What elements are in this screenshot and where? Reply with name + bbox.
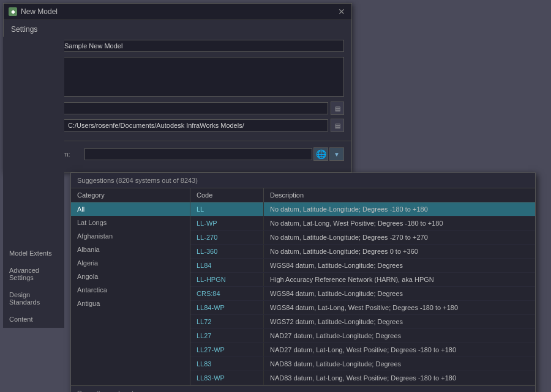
work-local-input[interactable] (64, 119, 328, 131)
sidebar-item-design-standards[interactable]: Design Standards (3, 286, 64, 311)
work-local-input-row: ▤ (64, 119, 344, 132)
category-item-afghanistan[interactable]: Afghanistan (71, 229, 190, 243)
window-title: New Model (21, 7, 58, 16)
result-desc-ll-270: No datum, Latitude-Longitude; Degrees -2… (264, 231, 535, 244)
result-desc-ll83: NAD83 datum, Latitude-Longitude; Degrees (264, 357, 535, 371)
dropdown-cols-header: Category Code Description (71, 188, 535, 202)
result-row-ll84-wp[interactable]: LL84-WP WGS84 datum, Lat-Long, West Posi… (190, 301, 535, 315)
category-item-albania[interactable]: Albania (71, 243, 190, 256)
col-header-category: Category (71, 188, 190, 202)
sidebar-item-content[interactable]: Content (3, 311, 64, 328)
sidebar: Model Extents Advanced Settings Design S… (3, 37, 64, 328)
category-list: All Lat Longs Afghanistan Albania Algeri… (71, 202, 190, 385)
collaborate-folder-btn[interactable]: ▤ (331, 102, 344, 115)
result-desc-ll84-wp: WGS84 datum, Lat-Long, West Positive; De… (264, 301, 535, 314)
sidebar-item-model-extents[interactable]: Model Extents (3, 245, 64, 262)
result-code-ll-270: LL-270 (190, 231, 264, 244)
result-desc-ll83-wp: NAD83 datum, Lat-Long, West Positive; De… (264, 371, 535, 385)
result-code-crs84: CRS:84 (190, 287, 264, 300)
result-desc-ll27-wp: NAD27 datum, Lat-Long, West Positive; De… (264, 343, 535, 357)
dropdown-header: Suggestions (8204 systems out of 8243) (71, 173, 535, 188)
result-row-ll-360[interactable]: LL-360 No datum, Latitude-Longitude; Deg… (190, 245, 535, 259)
recently-used-header: Recently used systems (71, 385, 535, 392)
category-item-all[interactable]: All (71, 202, 190, 216)
result-code-ll27-wp: LL27-WP (190, 343, 264, 357)
result-code-ll27: LL27 (190, 329, 264, 342)
result-row-ll83[interactable]: LL83 NAD83 datum, Latitude-Longitude; De… (190, 357, 535, 371)
category-item-angola[interactable]: Angola (71, 270, 190, 283)
result-row-ll[interactable]: LL No datum, Latitude-Longitude; Degrees… (190, 202, 535, 216)
result-row-ll72[interactable]: LL72 WGS72 datum, Latitude-Longitude; De… (190, 315, 535, 329)
title-bar-left: ◆ New Model (9, 7, 58, 16)
result-desc-ll: No datum, Latitude-Longitude; Degrees -1… (264, 202, 535, 216)
app-icon: ◆ (9, 7, 17, 16)
result-code-ll84-wp: LL84-WP (190, 301, 264, 314)
result-code-ll72: LL72 (190, 315, 264, 328)
coordinate-input[interactable] (84, 148, 312, 160)
result-row-ll-wp[interactable]: LL-WP No datum, Lat-Long, West Positive;… (190, 216, 535, 231)
title-bar: ◆ New Model ✕ (4, 4, 351, 20)
result-desc-ll84: WGS84 datum, Latitude-Longitude; Degrees (264, 259, 535, 272)
work-local-folder-btn[interactable]: ▤ (331, 119, 344, 132)
coordinate-input-wrap: 🌐 ▼ (84, 147, 344, 161)
collaborate-input[interactable] (64, 102, 328, 114)
close-button[interactable]: ✕ (337, 7, 347, 17)
category-item-antarctica[interactable]: Antarctica (71, 283, 190, 297)
col-header-code: Code (190, 188, 264, 202)
category-item-lat-longs[interactable]: Lat Longs (71, 216, 190, 229)
description-input[interactable] (60, 57, 344, 97)
collaborate-input-row: ▤ (64, 102, 344, 115)
coordinate-globe-btn[interactable]: 🌐 (313, 147, 328, 161)
result-row-ll27[interactable]: LL27 NAD27 datum, Latitude-Longitude; De… (190, 329, 535, 343)
result-row-ll-hpgn[interactable]: LL-HPGN High Accuracy Reference Network … (190, 273, 535, 287)
result-desc-ll-360: No datum, Latitude-Longitude; Degrees 0 … (264, 245, 535, 258)
result-desc-ll27: NAD27 datum, Latitude-Longitude; Degrees (264, 329, 535, 342)
result-code-ll-360: LL-360 (190, 245, 264, 258)
dropdown-body: All Lat Longs Afghanistan Albania Algeri… (71, 202, 535, 385)
coordinate-dropdown-btn[interactable]: ▼ (329, 147, 344, 161)
col-header-description: Description (264, 188, 535, 202)
result-row-ll-270[interactable]: LL-270 No datum, Latitude-Longitude; Deg… (190, 231, 535, 245)
name-input[interactable] (60, 40, 344, 52)
result-row-ll84[interactable]: LL84 WGS84 datum, Latitude-Longitude; De… (190, 259, 535, 273)
results-list: LL No datum, Latitude-Longitude; Degrees… (190, 202, 535, 385)
result-desc-ll72: WGS72 datum, Latitude-Longitude; Degrees (264, 315, 535, 328)
result-row-crs84[interactable]: CRS:84 WGS84 datum, Latitude-Longitude; … (190, 287, 535, 301)
result-row-ll83-wp[interactable]: LL83-WP NAD83 datum, Lat-Long, West Posi… (190, 371, 535, 385)
result-desc-crs84: WGS84 datum, Latitude-Longitude; Degrees (264, 287, 535, 300)
result-code-ll84: LL84 (190, 259, 264, 272)
result-code-ll-wp: LL-WP (190, 216, 264, 230)
result-code-ll83-wp: LL83-WP (190, 371, 264, 385)
result-row-ll27-wp[interactable]: LL27-WP NAD27 datum, Lat-Long, West Posi… (190, 343, 535, 357)
sidebar-item-advanced-settings[interactable]: Advanced Settings (3, 262, 64, 286)
category-item-algeria[interactable]: Algeria (71, 256, 190, 270)
result-desc-ll-wp: No datum, Lat-Long, West Positive; Degre… (264, 216, 535, 230)
result-code-ll: LL (190, 202, 264, 216)
category-item-antigua[interactable]: Antigua (71, 297, 190, 310)
result-code-ll83: LL83 (190, 357, 264, 371)
coordinate-dropdown-panel: Suggestions (8204 systems out of 8243) C… (70, 172, 536, 392)
section-title: Settings (11, 25, 344, 34)
result-desc-ll-hpgn: High Accuracy Reference Network (HARN), … (264, 273, 535, 286)
result-code-ll-hpgn: LL-HPGN (190, 273, 264, 286)
